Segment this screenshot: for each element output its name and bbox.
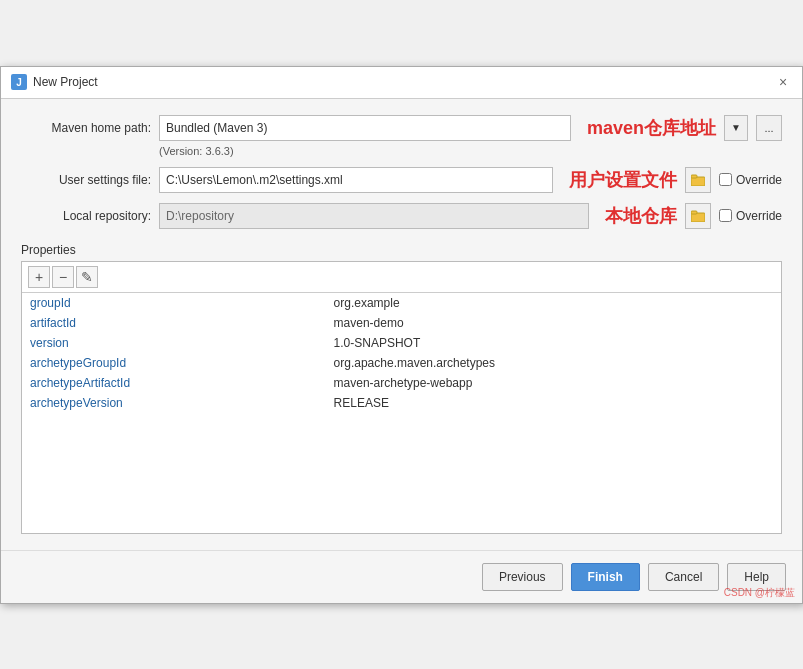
prop-key: archetypeArtifactId <box>22 373 326 393</box>
prop-key: archetypeGroupId <box>22 353 326 373</box>
folder-icon <box>691 174 705 186</box>
table-row: archetypeArtifactId maven-archetype-weba… <box>22 373 781 393</box>
maven-home-browse[interactable]: ... <box>756 115 782 141</box>
title-bar-left: J New Project <box>11 74 98 90</box>
folder-icon-2 <box>691 210 705 222</box>
add-property-button[interactable]: + <box>28 266 50 288</box>
local-repo-label: Local repository: <box>21 209 151 223</box>
properties-label: Properties <box>21 243 782 257</box>
local-repo-annotation: 本地仓库 <box>605 204 677 228</box>
user-settings-override-row: Override <box>719 173 782 187</box>
local-repo-override-row: Override <box>719 209 782 223</box>
table-row: version 1.0-SNAPSHOT <box>22 333 781 353</box>
maven-home-dropdown[interactable]: ▼ <box>724 115 748 141</box>
cancel-button[interactable]: Cancel <box>648 563 719 591</box>
maven-home-row: Maven home path: maven仓库地址 ▼ ... <box>21 115 782 141</box>
dialog-footer: Previous Finish Cancel Help <box>1 550 802 603</box>
maven-version-row: (Version: 3.6.3) <box>21 145 782 157</box>
properties-box: + − ✎ groupId org.example artifactId mav… <box>21 261 782 534</box>
svg-rect-1 <box>691 175 697 178</box>
maven-home-label: Maven home path: <box>21 121 151 135</box>
user-settings-label: User settings file: <box>21 173 151 187</box>
edit-property-button[interactable]: ✎ <box>76 266 98 288</box>
previous-button[interactable]: Previous <box>482 563 563 591</box>
prop-value: maven-archetype-webapp <box>326 373 781 393</box>
local-repo-row: Local repository: 本地仓库 Override <box>21 203 782 229</box>
local-repo-override-check[interactable] <box>719 209 732 222</box>
properties-section: Properties + − ✎ groupId org.example art… <box>21 243 782 534</box>
new-project-dialog: J New Project × Maven home path: maven仓库… <box>0 66 803 604</box>
prop-value: RELEASE <box>326 393 781 413</box>
user-settings-row: User settings file: 用户设置文件 Override <box>21 167 782 193</box>
prop-value: org.example <box>326 293 781 313</box>
dialog-title: New Project <box>33 75 98 89</box>
maven-version-text: (Version: 3.6.3) <box>159 145 234 157</box>
app-icon: J <box>11 74 27 90</box>
title-bar: J New Project × <box>1 67 802 99</box>
prop-key: archetypeVersion <box>22 393 326 413</box>
properties-toolbar: + − ✎ <box>22 262 781 293</box>
prop-key: groupId <box>22 293 326 313</box>
table-row: archetypeGroupId org.apache.maven.archet… <box>22 353 781 373</box>
finish-button[interactable]: Finish <box>571 563 640 591</box>
properties-empty-space <box>22 413 781 533</box>
user-settings-override-label: Override <box>736 173 782 187</box>
table-row: artifactId maven-demo <box>22 313 781 333</box>
local-repo-input <box>159 203 589 229</box>
properties-table: groupId org.example artifactId maven-dem… <box>22 293 781 413</box>
prop-value: 1.0-SNAPSHOT <box>326 333 781 353</box>
remove-property-button[interactable]: − <box>52 266 74 288</box>
user-settings-browse[interactable] <box>685 167 711 193</box>
svg-rect-3 <box>691 211 697 214</box>
watermark: CSDN @柠檬蓝 <box>724 586 795 600</box>
table-row: archetypeVersion RELEASE <box>22 393 781 413</box>
user-settings-annotation: 用户设置文件 <box>569 168 677 192</box>
prop-value: org.apache.maven.archetypes <box>326 353 781 373</box>
maven-home-annotation: maven仓库地址 <box>587 116 716 140</box>
close-button[interactable]: × <box>774 73 792 91</box>
table-row: groupId org.example <box>22 293 781 313</box>
prop-value: maven-demo <box>326 313 781 333</box>
dialog-content: Maven home path: maven仓库地址 ▼ ... (Versio… <box>1 99 802 550</box>
maven-home-input[interactable] <box>159 115 571 141</box>
local-repo-browse[interactable] <box>685 203 711 229</box>
user-settings-override-check[interactable] <box>719 173 732 186</box>
prop-key: artifactId <box>22 313 326 333</box>
local-repo-override-label: Override <box>736 209 782 223</box>
prop-key: version <box>22 333 326 353</box>
user-settings-input[interactable] <box>159 167 553 193</box>
